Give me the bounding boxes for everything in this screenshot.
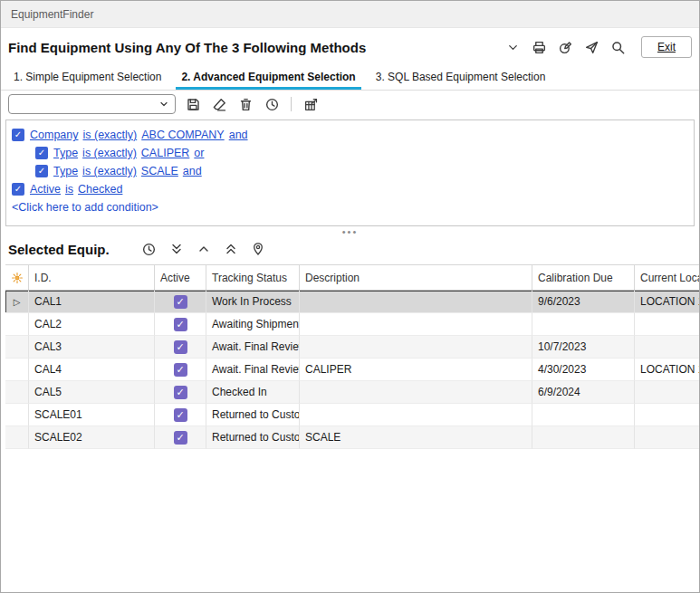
condition-checkbox[interactable]: ✓ xyxy=(35,165,48,177)
active-checkbox[interactable]: ✓ xyxy=(174,431,187,445)
active-checkbox[interactable]: ✓ xyxy=(174,318,187,331)
condition-checkbox[interactable]: ✓ xyxy=(12,129,24,141)
row-indicator xyxy=(5,426,29,449)
cell-calibration-due xyxy=(532,426,635,449)
cell-calibration-due xyxy=(532,404,635,426)
condition-field-link[interactable]: Company xyxy=(30,129,79,141)
row-indicator: ▷ xyxy=(5,291,29,313)
active-checkbox[interactable]: ✓ xyxy=(174,363,187,377)
condition-builder: ✓Companyis (exactly)ABC COMPANYand✓Typei… xyxy=(5,120,695,226)
condition-row: ✓Companyis (exactly)ABC COMPANYand xyxy=(6,126,694,144)
combobox-chevron-icon[interactable] xyxy=(158,98,170,110)
cell-description xyxy=(300,291,532,313)
condition-conjunction-link[interactable]: and xyxy=(229,129,248,141)
active-checkbox[interactable]: ✓ xyxy=(174,386,187,399)
column-header-current-location[interactable]: Current Location xyxy=(635,265,700,290)
table-row[interactable]: SCALE02✓Returned to CustomerSCALE xyxy=(5,426,700,449)
cell-tracking-status: Awaiting Shipment xyxy=(206,313,300,336)
tab-simple-equipment-selection[interactable]: 1. Simple Equipment Selection xyxy=(5,66,170,90)
splitter-handle[interactable]: ••• xyxy=(1,226,699,238)
history-icon[interactable] xyxy=(140,240,158,258)
active-checkbox[interactable]: ✓ xyxy=(174,340,187,354)
column-header-id[interactable]: I.D. xyxy=(29,265,155,290)
condition-row: ✓ActiveisChecked xyxy=(6,180,694,198)
cell-current-location xyxy=(635,313,700,336)
condition-field-link[interactable]: Active xyxy=(30,183,61,196)
sun-icon xyxy=(11,272,24,284)
printer-icon[interactable] xyxy=(531,38,549,56)
condition-conjunction-link[interactable]: and xyxy=(183,165,202,177)
column-header-tracking-status[interactable]: Tracking Status xyxy=(206,265,300,290)
table-row[interactable]: SCALE01✓Returned to Customer xyxy=(5,404,700,426)
cell-active: ✓ xyxy=(155,426,206,449)
tab-advanced-equipment-selection[interactable]: 2. Advanced Equipment Selection xyxy=(172,66,364,90)
column-header-active[interactable]: Active xyxy=(155,265,206,290)
cell-calibration-due: 10/7/2023 xyxy=(532,336,635,359)
location-pin-icon[interactable] xyxy=(249,240,267,258)
cell-calibration-due: 9/6/2023 xyxy=(532,291,635,313)
grid-arrow-icon[interactable] xyxy=(302,95,320,113)
double-chevron-up-icon[interactable] xyxy=(222,240,240,258)
equipment-grid: I.D. Active Tracking Status Description … xyxy=(5,264,700,449)
grid-customize-cell[interactable] xyxy=(5,265,29,290)
save-icon[interactable] xyxy=(184,95,202,113)
active-checkbox[interactable]: ✓ xyxy=(174,295,187,309)
double-chevron-down-icon[interactable] xyxy=(168,240,186,258)
cell-id: SCALE02 xyxy=(29,426,155,449)
cell-id: SCALE01 xyxy=(29,404,155,426)
cell-id: CAL4 xyxy=(29,359,155,381)
search-icon[interactable] xyxy=(609,38,628,56)
history-icon[interactable] xyxy=(263,95,281,113)
chevron-down-icon[interactable] xyxy=(504,38,523,56)
condition-operator-link[interactable]: is (exactly) xyxy=(82,147,137,159)
row-indicator xyxy=(5,404,29,426)
edit-icon[interactable] xyxy=(557,38,575,56)
header-bar: Find Equipment Using Any Of The 3 Follow… xyxy=(1,31,699,63)
active-checkbox[interactable]: ✓ xyxy=(174,408,187,422)
page-title: Find Equipment Using Any Of The 3 Follow… xyxy=(8,40,366,55)
condition-field-link[interactable]: Type xyxy=(53,165,78,177)
condition-operator-link[interactable]: is xyxy=(65,183,73,196)
send-icon[interactable] xyxy=(583,38,601,56)
trash-icon[interactable] xyxy=(236,95,254,113)
condition-checkbox[interactable]: ✓ xyxy=(35,147,48,159)
condition-conjunction-link[interactable]: or xyxy=(194,147,204,159)
condition-row: ✓Typeis (exactly)CALIPERor xyxy=(6,144,694,162)
cell-active: ✓ xyxy=(155,291,206,313)
tab-sql-based-equipment-selection[interactable]: 3. SQL Based Equipment Selection xyxy=(367,66,555,90)
cell-id: CAL2 xyxy=(29,313,155,336)
table-row[interactable]: CAL4✓Await. Final ReviewCALIPER4/30/2023… xyxy=(5,359,700,381)
table-row[interactable]: ▷CAL1✓Work In Process9/6/2023LOCATION 1 xyxy=(5,291,700,313)
header-toolbar: Exit xyxy=(504,36,692,58)
row-indicator xyxy=(5,313,29,336)
condition-value-link[interactable]: Checked xyxy=(78,183,122,196)
results-title: Selected Equip. xyxy=(8,242,110,257)
condition-field-link[interactable]: Type xyxy=(53,147,78,159)
condition-checkbox[interactable]: ✓ xyxy=(12,183,24,196)
cell-tracking-status: Await. Final Review xyxy=(206,359,300,381)
cell-description: CALIPER xyxy=(300,359,532,381)
cell-description: SCALE xyxy=(300,426,532,449)
column-header-calibration-due[interactable]: Calibration Due xyxy=(532,265,635,290)
table-row[interactable]: CAL5✓Checked In6/9/2024 xyxy=(5,381,700,404)
eraser-icon[interactable] xyxy=(210,95,228,113)
window-title: EquipmentFinder xyxy=(11,8,93,21)
cell-calibration-due xyxy=(532,313,635,336)
filter-preset-combobox[interactable] xyxy=(8,94,176,114)
column-header-description[interactable]: Description xyxy=(300,265,532,290)
add-condition-link[interactable]: <Click here to add condition> xyxy=(6,198,694,214)
table-row[interactable]: CAL2✓Awaiting Shipment xyxy=(5,313,700,336)
cell-calibration-due: 6/9/2024 xyxy=(532,381,635,404)
table-row[interactable]: CAL3✓Await. Final Review10/7/2023 xyxy=(5,336,700,359)
cell-active: ✓ xyxy=(155,359,206,381)
condition-operator-link[interactable]: is (exactly) xyxy=(82,165,137,177)
condition-value-link[interactable]: ABC COMPANY xyxy=(141,129,224,141)
cell-id: CAL5 xyxy=(29,381,155,404)
condition-operator-link[interactable]: is (exactly) xyxy=(83,129,138,141)
condition-value-link[interactable]: SCALE xyxy=(141,165,178,177)
chevron-up-icon[interactable] xyxy=(195,240,213,258)
exit-button[interactable]: Exit xyxy=(641,36,692,58)
cell-description xyxy=(300,381,532,404)
condition-value-link[interactable]: CALIPER xyxy=(141,147,190,159)
row-indicator xyxy=(5,381,29,404)
